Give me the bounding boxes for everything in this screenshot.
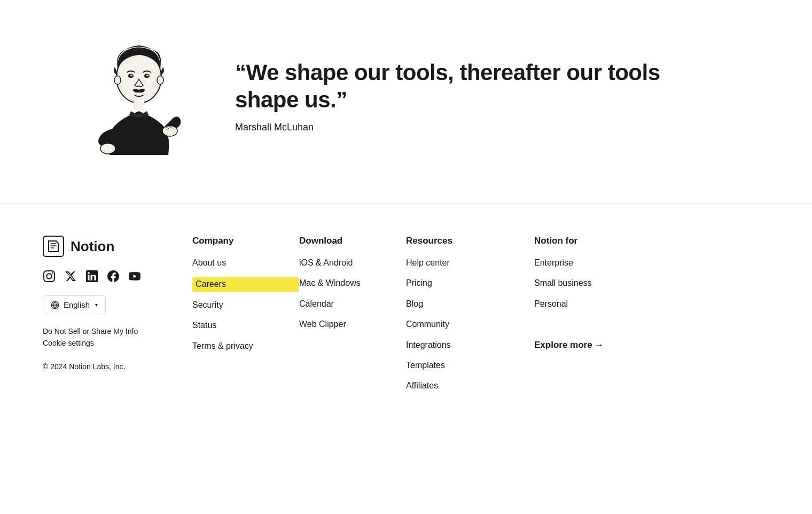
help-center-link[interactable]: Help center	[406, 257, 534, 269]
svg-point-6	[146, 75, 149, 76]
svg-point-1	[114, 76, 121, 84]
about-us-link[interactable]: About us	[192, 257, 299, 269]
small-business-link[interactable]: Small business	[534, 277, 662, 289]
integrations-link[interactable]: Integrations	[406, 339, 534, 351]
svg-point-8	[162, 126, 177, 136]
notion-logo-icon	[43, 236, 64, 257]
notion-n-icon	[46, 239, 60, 253]
hero-illustration	[85, 37, 192, 155]
company-column: Company About us Careers Security Status…	[192, 236, 299, 401]
svg-point-2	[157, 76, 163, 84]
copyright-text: © 2024 Notion Labs, Inc.	[43, 362, 192, 371]
linkedin-icon[interactable]	[85, 270, 98, 283]
do-not-sell-link[interactable]: Do Not Sell or Share My Info	[43, 327, 192, 336]
twitter-x-icon[interactable]	[64, 270, 77, 283]
web-clipper-link[interactable]: Web Clipper	[299, 318, 406, 330]
svg-point-4	[130, 75, 132, 76]
language-button[interactable]: English ▾	[43, 295, 106, 314]
download-header: Download	[299, 236, 406, 246]
legal-links: Do Not Sell or Share My Info Cookie sett…	[43, 327, 192, 347]
footer-grid: Notion	[43, 236, 769, 401]
language-label: English	[64, 300, 90, 309]
social-icons-row	[43, 270, 192, 283]
company-header: Company	[192, 236, 299, 246]
resources-column: Resources Help center Pricing Blog Commu…	[406, 236, 534, 401]
download-column: Download iOS & Android Mac & Windows Cal…	[299, 236, 406, 401]
hero-section: “We shape our tools, thereafter our tool…	[0, 0, 812, 203]
careers-link[interactable]: Careers	[192, 277, 299, 291]
templates-link[interactable]: Templates	[406, 360, 534, 371]
ios-android-link[interactable]: iOS & Android	[299, 257, 406, 269]
blog-link[interactable]: Blog	[406, 298, 534, 310]
resources-header: Resources	[406, 236, 534, 246]
language-globe-icon	[51, 301, 59, 309]
mac-windows-link[interactable]: Mac & Windows	[299, 277, 406, 289]
explore-more-link[interactable]: Explore more →	[534, 340, 662, 351]
affiliates-link[interactable]: Affiliates	[406, 380, 534, 392]
pricing-link[interactable]: Pricing	[406, 277, 534, 289]
status-link[interactable]: Status	[192, 320, 299, 331]
terms-privacy-link[interactable]: Terms & privacy	[192, 340, 299, 352]
footer-section: Notion	[0, 204, 812, 433]
notion-brand-name: Notion	[71, 238, 114, 255]
notion-for-column: Notion for Enterprise Small business Per…	[534, 236, 662, 401]
cookie-settings-link[interactable]: Cookie settings	[43, 339, 192, 347]
hero-attribution: Marshall McLuhan	[235, 122, 673, 133]
facebook-icon[interactable]	[107, 270, 120, 283]
svg-point-9	[100, 143, 115, 154]
instagram-icon[interactable]	[43, 270, 56, 283]
notion-for-header: Notion for	[534, 236, 662, 246]
hero-quote: “We shape our tools, thereafter our tool…	[235, 59, 673, 113]
brand-column: Notion	[43, 236, 192, 401]
calendar-link[interactable]: Calendar	[299, 298, 406, 310]
chevron-down-icon: ▾	[95, 302, 98, 308]
community-link[interactable]: Community	[406, 318, 534, 330]
security-link[interactable]: Security	[192, 299, 299, 311]
personal-link[interactable]: Personal	[534, 298, 662, 310]
notion-logo-link[interactable]: Notion	[43, 236, 192, 257]
youtube-icon[interactable]	[128, 270, 141, 283]
svg-rect-7	[134, 100, 144, 110]
hero-text-block: “We shape our tools, thereafter our tool…	[235, 59, 673, 133]
enterprise-link[interactable]: Enterprise	[534, 257, 662, 269]
person-illustration	[85, 37, 192, 155]
